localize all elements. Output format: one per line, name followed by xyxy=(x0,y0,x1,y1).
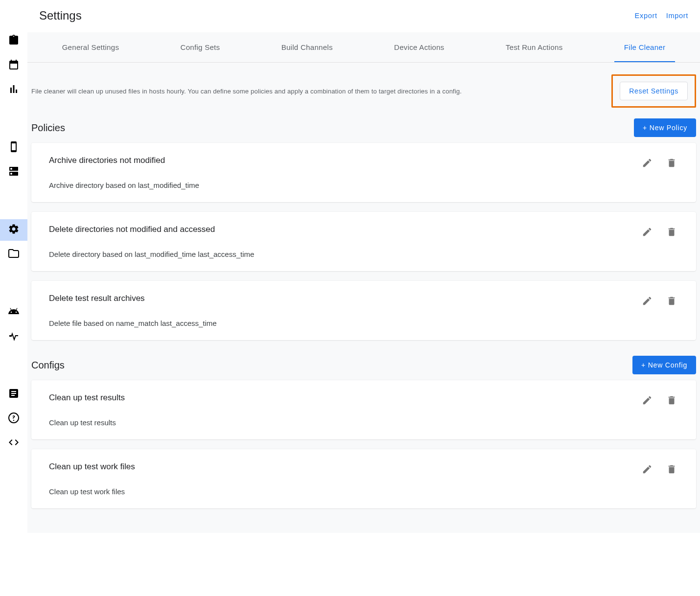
tab-file-cleaner[interactable]: File Cleaner xyxy=(614,32,675,62)
sidebar xyxy=(0,0,27,596)
edit-button[interactable] xyxy=(640,157,654,170)
policy-desc: Delete file based on name_match last_acc… xyxy=(49,319,640,327)
header: Settings Export Import xyxy=(27,0,700,32)
policy-card: Archive directories not modified Archive… xyxy=(31,143,696,202)
config-desc: Clean up test work files xyxy=(49,487,640,496)
calendar-icon xyxy=(8,59,20,72)
export-button[interactable]: Export xyxy=(635,12,657,20)
notes-icon xyxy=(8,388,20,401)
policy-card: Delete directories not modified and acce… xyxy=(31,212,696,271)
sidebar-item-analytics[interactable] xyxy=(0,79,27,101)
sidebar-item-device[interactable] xyxy=(0,137,27,159)
pencil-icon xyxy=(642,158,653,170)
tab-device-actions[interactable]: Device Actions xyxy=(384,32,454,62)
bar-chart-icon xyxy=(8,83,20,97)
folder-icon xyxy=(8,248,20,261)
sidebar-item-notes[interactable] xyxy=(0,384,27,405)
tab-general-settings[interactable]: General Settings xyxy=(52,32,129,62)
dns-icon xyxy=(8,165,20,179)
pencil-icon xyxy=(642,395,653,407)
edit-button[interactable] xyxy=(640,226,654,239)
gear-icon xyxy=(8,223,20,237)
delete-button[interactable] xyxy=(665,226,678,239)
reset-settings-button[interactable]: Reset Settings xyxy=(620,82,688,100)
trash-icon xyxy=(666,296,677,308)
tab-config-sets[interactable]: Config Sets xyxy=(171,32,230,62)
content: General Settings Config Sets Build Chann… xyxy=(27,32,700,533)
config-card: Clean up test results Clean up test resu… xyxy=(31,380,696,439)
config-desc: Clean up test results xyxy=(49,418,640,427)
sidebar-item-folder[interactable] xyxy=(0,244,27,265)
edit-button[interactable] xyxy=(640,295,654,308)
delete-button[interactable] xyxy=(665,157,678,170)
pencil-icon xyxy=(642,227,653,239)
sidebar-item-android[interactable] xyxy=(0,301,27,323)
trash-icon xyxy=(666,464,677,476)
delete-button[interactable] xyxy=(665,463,678,477)
phone-icon xyxy=(8,141,20,155)
sidebar-item-schedule[interactable] xyxy=(0,55,27,76)
pencil-icon xyxy=(642,464,653,476)
pencil-icon xyxy=(642,296,653,308)
help-icon xyxy=(8,412,20,426)
policy-title: Archive directories not modified xyxy=(49,156,640,165)
config-card: Clean up test work files Clean up test w… xyxy=(31,449,696,508)
edit-button[interactable] xyxy=(640,394,654,408)
page-title: Settings xyxy=(39,9,82,23)
new-config-button[interactable]: + New Config xyxy=(632,356,696,374)
config-title: Clean up test work files xyxy=(49,462,640,472)
config-title: Clean up test results xyxy=(49,393,640,403)
highlight-box: Reset Settings xyxy=(611,74,696,108)
trash-icon xyxy=(666,158,677,170)
info-text: File cleaner will clean up unused files … xyxy=(31,88,462,95)
policies-heading: Policies xyxy=(31,122,65,134)
sidebar-item-settings[interactable] xyxy=(0,219,27,241)
sidebar-item-assignments[interactable] xyxy=(0,30,27,52)
policy-card: Delete test result archives Delete file … xyxy=(31,281,696,340)
tabs: General Settings Config Sets Build Chann… xyxy=(27,32,700,63)
edit-button[interactable] xyxy=(640,463,654,477)
configs-heading: Configs xyxy=(31,360,65,371)
clipboard-icon xyxy=(8,34,20,48)
tab-build-channels[interactable]: Build Channels xyxy=(272,32,343,62)
new-policy-button[interactable]: + New Policy xyxy=(634,118,696,137)
main: Settings Export Import General Settings … xyxy=(27,0,700,596)
policy-title: Delete directories not modified and acce… xyxy=(49,225,640,234)
heartbeat-icon xyxy=(8,330,20,344)
trash-icon xyxy=(666,227,677,239)
tab-test-run-actions[interactable]: Test Run Actions xyxy=(496,32,573,62)
policy-desc: Delete directory based on last_modified_… xyxy=(49,250,640,258)
sidebar-item-servers[interactable] xyxy=(0,161,27,183)
android-icon xyxy=(8,305,20,319)
policy-title: Delete test result archives xyxy=(49,294,640,303)
delete-button[interactable] xyxy=(665,394,678,408)
import-button[interactable]: Import xyxy=(666,12,688,20)
trash-icon xyxy=(666,395,677,407)
policy-desc: Archive directory based on last_modified… xyxy=(49,181,640,189)
sidebar-item-api[interactable] xyxy=(0,433,27,454)
sidebar-item-health[interactable] xyxy=(0,326,27,347)
delete-button[interactable] xyxy=(665,295,678,308)
sidebar-item-help[interactable] xyxy=(0,408,27,430)
code-icon xyxy=(8,436,20,450)
